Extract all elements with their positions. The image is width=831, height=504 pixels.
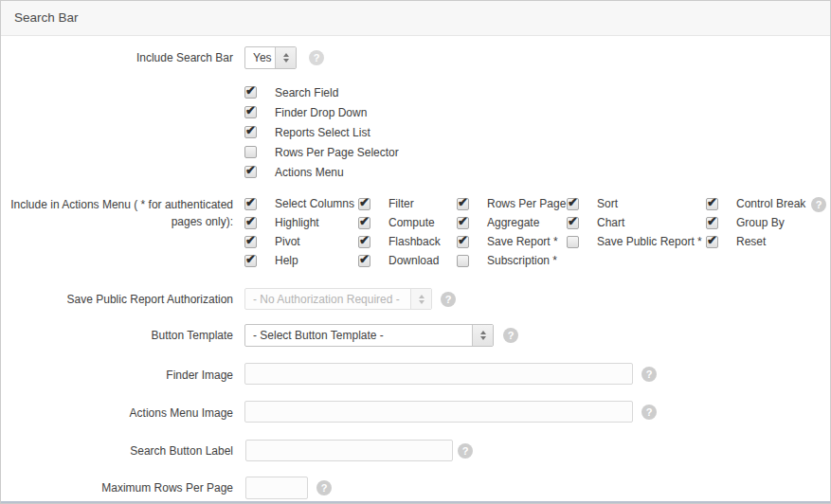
option-row: Actions Menu bbox=[244, 162, 399, 182]
button-template-label: Button Template bbox=[1, 329, 233, 343]
option-row: Reports Select List bbox=[244, 122, 399, 142]
select-columns-checkbox[interactable] bbox=[244, 198, 257, 210]
control-break-checkbox[interactable] bbox=[706, 198, 718, 210]
reset-checkbox[interactable] bbox=[706, 236, 718, 248]
checkbox-label: Pivot bbox=[275, 232, 358, 251]
checkbox-label: Highlight bbox=[275, 213, 358, 232]
save-report-checkbox[interactable] bbox=[457, 236, 469, 248]
rows-per-page-selector-checkbox[interactable] bbox=[244, 146, 257, 158]
checkbox-label: Help bbox=[275, 251, 358, 270]
checkbox-label: Aggregate bbox=[487, 213, 567, 232]
finder-image-label: Finder Image bbox=[1, 369, 233, 383]
aggregate-checkbox[interactable] bbox=[457, 217, 469, 229]
checkbox-label: Search Field bbox=[275, 86, 338, 99]
checkbox-label: Rows Per Page bbox=[487, 194, 567, 213]
finder-drop-down-checkbox[interactable] bbox=[244, 106, 257, 118]
checkbox-label: Save Public Report * bbox=[597, 232, 706, 251]
checkbox-label: Flashback bbox=[388, 232, 457, 251]
checkbox-label: Filter bbox=[388, 194, 457, 213]
option-row: Search Field bbox=[244, 82, 399, 102]
rows-per-page-checkbox[interactable] bbox=[457, 198, 469, 210]
region-header: Search Bar bbox=[1, 1, 830, 36]
checkbox-label: Reset bbox=[736, 232, 812, 251]
chart-checkbox[interactable] bbox=[567, 217, 579, 229]
actions-menu-label: Include in Actions Menu ( * for authenti… bbox=[1, 196, 233, 230]
button-template-select[interactable]: - Select Button Template - bbox=[244, 324, 494, 347]
actions-menu-checkbox[interactable] bbox=[244, 166, 257, 178]
next-region-divider bbox=[1, 501, 830, 503]
include-search-bar-value: Yes bbox=[245, 51, 275, 64]
checkbox-label: Group By bbox=[736, 213, 812, 232]
select-spinner-icon bbox=[275, 47, 296, 68]
group-by-checkbox[interactable] bbox=[706, 217, 718, 229]
help-icon[interactable]: ? bbox=[641, 367, 657, 382]
search-bar-options-list: Search Field Finder Drop Down Reports Se… bbox=[244, 82, 399, 182]
actions-menu-grid: Select Columns Filter Rows Per Page Sort… bbox=[244, 194, 812, 270]
sort-checkbox[interactable] bbox=[567, 198, 579, 210]
flashback-checkbox[interactable] bbox=[358, 236, 370, 248]
option-row: Finder Drop Down bbox=[244, 102, 399, 122]
search-button-label-label: Search Button Label bbox=[1, 444, 233, 459]
help-icon[interactable]: ? bbox=[811, 197, 826, 212]
checkbox-label: Sort bbox=[597, 194, 706, 213]
option-row: Rows Per Page Selector bbox=[244, 142, 399, 162]
checkbox-label: Rows Per Page Selector bbox=[275, 146, 399, 159]
checkbox-label: Select Columns bbox=[275, 194, 358, 213]
select-spinner-icon bbox=[472, 325, 493, 346]
save-public-report-checkbox[interactable] bbox=[567, 236, 579, 248]
compute-checkbox[interactable] bbox=[358, 217, 370, 229]
reports-select-list-checkbox[interactable] bbox=[244, 126, 257, 138]
checkbox-label: Actions Menu bbox=[275, 166, 344, 179]
checkbox-label: Finder Drop Down bbox=[275, 106, 367, 119]
pivot-checkbox[interactable] bbox=[244, 236, 257, 248]
select-spinner-icon bbox=[410, 289, 431, 309]
help-icon[interactable]: ? bbox=[441, 292, 456, 307]
search-bar-region: Search Bar Include Search Bar Yes ? Sear… bbox=[0, 0, 831, 504]
maximum-rows-per-page-label: Maximum Rows Per Page bbox=[1, 481, 233, 495]
help-icon[interactable]: ? bbox=[641, 405, 657, 420]
button-template-value: - Select Button Template - bbox=[245, 329, 472, 342]
authorization-value: - No Authorization Required - bbox=[245, 293, 410, 306]
checkbox-label: Save Report * bbox=[487, 232, 567, 251]
checkbox-label: Chart bbox=[597, 213, 706, 232]
checkbox-label: Download bbox=[388, 251, 457, 270]
actions-menu-image-label: Actions Menu Image bbox=[1, 406, 233, 421]
maximum-rows-per-page-input[interactable] bbox=[245, 477, 308, 499]
help-icon[interactable]: ? bbox=[458, 443, 473, 459]
region-title: Search Bar bbox=[14, 10, 79, 25]
help-icon[interactable]: ? bbox=[503, 328, 518, 343]
save-public-report-authorization-label: Save Public Report Authorization bbox=[1, 293, 233, 307]
finder-image-input[interactable] bbox=[244, 363, 633, 385]
checkbox-label: Compute bbox=[388, 213, 457, 232]
save-public-report-authorization-select: - No Authorization Required - bbox=[244, 288, 432, 310]
checkbox-label: Control Break bbox=[736, 194, 812, 213]
actions-menu-image-input[interactable] bbox=[244, 401, 633, 423]
search-button-label-input[interactable] bbox=[245, 440, 453, 461]
help-icon[interactable]: ? bbox=[316, 480, 332, 495]
checkbox-label: Reports Select List bbox=[275, 126, 370, 139]
include-search-bar-select[interactable]: Yes bbox=[244, 46, 297, 69]
include-search-bar-label: Include Search Bar bbox=[1, 51, 233, 65]
highlight-checkbox[interactable] bbox=[244, 217, 257, 229]
download-checkbox[interactable] bbox=[358, 255, 370, 267]
help-checkbox[interactable] bbox=[244, 255, 257, 267]
subscription-checkbox[interactable] bbox=[457, 255, 469, 267]
filter-checkbox[interactable] bbox=[358, 198, 370, 210]
help-icon[interactable]: ? bbox=[309, 50, 324, 65]
checkbox-label: Subscription * bbox=[487, 251, 567, 270]
search-field-checkbox[interactable] bbox=[244, 86, 257, 99]
